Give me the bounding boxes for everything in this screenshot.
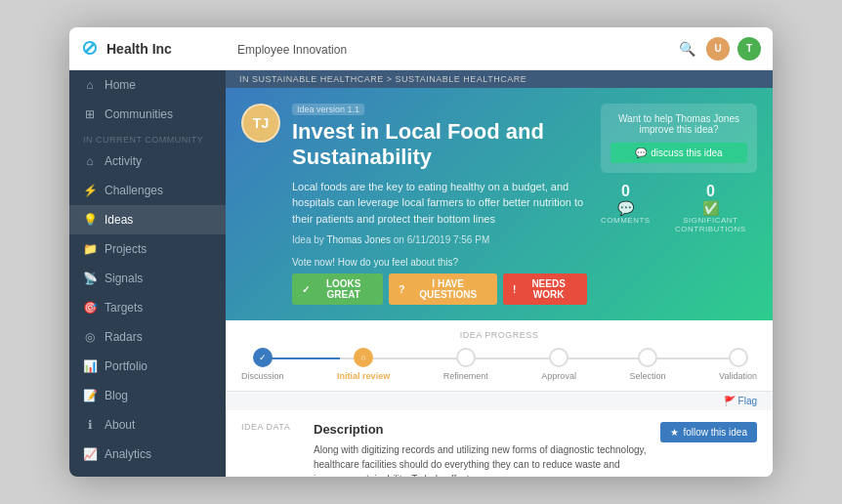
projects-icon: 📁: [83, 242, 97, 256]
step-circle-approval: [549, 348, 568, 367]
vote-needs-work-label: NEEDS WORK: [520, 278, 577, 300]
progress-label: IDEA PROGRESS: [241, 330, 757, 340]
sidebar-label-signals: Signals: [105, 272, 143, 285]
brand-area: Health Inc: [69, 39, 226, 59]
desc-content: Description Along with digitizing record…: [314, 422, 647, 477]
sidebar-item-projects[interactable]: 📁 Projects: [69, 234, 226, 264]
vote-buttons: ✓ LOOKS GREAT ? I HAVE QUESTIONS !: [292, 273, 587, 305]
vote-questions[interactable]: ? I HAVE QUESTIONS: [389, 273, 497, 305]
sidebar-item-analytics[interactable]: 📈 Analytics: [69, 440, 226, 469]
search-icon[interactable]: 🔍: [675, 37, 698, 61]
step-name-selection: Selection: [629, 371, 665, 381]
idea-date: 6/11/2019 7:56 PM: [407, 234, 490, 245]
brand-icon: [81, 39, 101, 59]
main-layout: ⌂ Home ⊞ Communities In current communit…: [69, 70, 773, 477]
breadcrumb: IN SUSTAINABLE HEALTHCARE > SUSTAINABLE …: [226, 70, 773, 88]
sidebar-label-portfolio: Portfolio: [105, 359, 147, 373]
author-link[interactable]: Thomas Jones: [326, 234, 391, 245]
hero-right: Want to help Thomas Jones improve this i…: [601, 104, 757, 305]
sidebar-item-radars[interactable]: ◎ Radars: [69, 322, 226, 352]
question-icon: ?: [399, 284, 404, 295]
vote-needs-work[interactable]: ! NEEDS WORK: [503, 273, 587, 305]
blog-icon: 📝: [83, 389, 97, 402]
step-discussion: ✓ Discussion: [241, 348, 284, 381]
home-icon: ⌂: [83, 78, 97, 92]
sidebar-item-about[interactable]: ℹ About: [69, 410, 226, 440]
help-box-text: Want to help Thomas Jones improve this i…: [610, 113, 747, 135]
ideas-icon: 💡: [83, 213, 97, 227]
comments-icon: 💬: [601, 200, 651, 216]
sidebar-label-home: Home: [105, 78, 136, 92]
user-avatar-2[interactable]: T: [737, 37, 761, 61]
flag-icon: 🚩: [724, 396, 736, 406]
brand-name: Health Inc: [106, 41, 172, 57]
step-circle-refinement: [456, 348, 476, 367]
sidebar-label-blog: Blog: [105, 389, 128, 402]
sidebar-item-signals[interactable]: 📡 Signals: [69, 264, 226, 293]
idea-hero: TJ Idea version 1.1 Invest in Local Food…: [226, 88, 773, 320]
hero-content: Idea version 1.1 Invest in Local Food an…: [292, 104, 587, 305]
targets-icon: 🎯: [83, 301, 97, 315]
module-area: Employee Innovation: [226, 40, 663, 58]
activity-icon: ⌂: [83, 154, 97, 168]
laptop-frame: Health Inc Employee Innovation 🔍 U T ⌂ H…: [0, 0, 842, 504]
discuss-icon: 💬: [635, 147, 647, 158]
about-icon: ℹ: [83, 418, 97, 432]
vote-label: Vote now! How do you feel about this?: [292, 257, 587, 268]
sidebar-label-analytics: Analytics: [105, 447, 151, 461]
sidebar-item-home[interactable]: ⌂ Home: [69, 70, 226, 100]
sidebar-item-targets[interactable]: 🎯 Targets: [69, 293, 226, 322]
sidebar-item-challenges[interactable]: ⚡ Challenges: [69, 176, 226, 205]
user-avatar-1[interactable]: U: [706, 37, 730, 61]
step-validation: Validation: [719, 348, 757, 381]
follow-icon: ★: [670, 427, 679, 438]
vote-questions-label: I HAVE QUESTIONS: [408, 278, 486, 300]
hero-left: Idea version 1.1 Invest in Local Food an…: [241, 104, 587, 305]
idea-version: Idea version 1.1: [292, 104, 587, 115]
stats-row: 0 💬 COMMENTS 0 ✅ SIGNIFICANT CONTRIBUTIO…: [601, 183, 757, 233]
desc-sidebar-label: Idea Data: [241, 422, 300, 477]
step-name-validation: Validation: [719, 371, 757, 381]
progress-section: IDEA PROGRESS ✓ Discussion ○ Initial rev…: [226, 320, 773, 392]
meta-on: on: [394, 234, 404, 245]
flag-button[interactable]: 🚩 Flag: [724, 396, 757, 406]
discuss-button[interactable]: 💬 discuss this idea: [610, 143, 747, 163]
step-name-approval: Approval: [541, 371, 576, 381]
signals-icon: 📡: [83, 272, 97, 285]
idea-title: Invest in Local Food and Sustainability: [292, 119, 587, 171]
contributions-stat: 0 ✅ SIGNIFICANT CONTRIBUTIONS: [664, 183, 757, 233]
step-name-refinement: Refinement: [443, 371, 488, 381]
sidebar-item-portfolio[interactable]: 📊 Portfolio: [69, 352, 226, 381]
step-circle-initial-review: ○: [354, 348, 373, 367]
step-name-discussion: Discussion: [241, 371, 284, 381]
challenges-icon: ⚡: [83, 184, 97, 197]
warning-icon: !: [513, 284, 516, 295]
step-initial-review: ○ Initial review: [337, 348, 390, 381]
sidebar-item-communities[interactable]: ⊞ Communities: [69, 100, 226, 129]
follow-button[interactable]: ★ follow this idea: [660, 422, 757, 442]
sidebar-item-blog[interactable]: 📝 Blog: [69, 381, 226, 410]
sidebar-item-ideas[interactable]: 💡 Ideas: [69, 205, 226, 234]
flag-row: 🚩 Flag: [226, 392, 773, 410]
sidebar-label-challenges: Challenges: [105, 184, 163, 197]
module-label: Employee Innovation: [237, 43, 347, 57]
sidebar-label-radars: Radars: [105, 330, 143, 344]
desc-text: Along with digitizing records and utiliz…: [314, 442, 647, 477]
sidebar-label-about: About: [105, 418, 135, 432]
screen: Health Inc Employee Innovation 🔍 U T ⌂ H…: [69, 27, 773, 477]
comments-count: 0: [601, 183, 651, 200]
analytics-icon: 📈: [83, 447, 97, 461]
sidebar-item-activity[interactable]: ⌂ Activity: [69, 147, 226, 176]
version-badge: Idea version 1.1: [292, 104, 364, 115]
step-name-initial-review: Initial review: [337, 371, 390, 381]
sidebar-label-activity: Activity: [105, 154, 142, 168]
idea-meta: Idea by Thomas Jones on 6/11/2019 7:56 P…: [292, 234, 587, 245]
author-avatar: TJ: [241, 104, 280, 143]
sidebar-item-admin[interactable]: ⚙ Admin: [69, 469, 226, 477]
comments-stat: 0 💬 COMMENTS: [601, 183, 651, 233]
help-box: Want to help Thomas Jones improve this i…: [601, 104, 757, 173]
sidebar: ⌂ Home ⊞ Communities In current communit…: [69, 70, 226, 477]
avatar-image: TJ: [241, 104, 280, 143]
vote-looks-great-label: LOOKS GREAT: [314, 278, 373, 300]
vote-looks-great[interactable]: ✓ LOOKS GREAT: [292, 273, 383, 305]
